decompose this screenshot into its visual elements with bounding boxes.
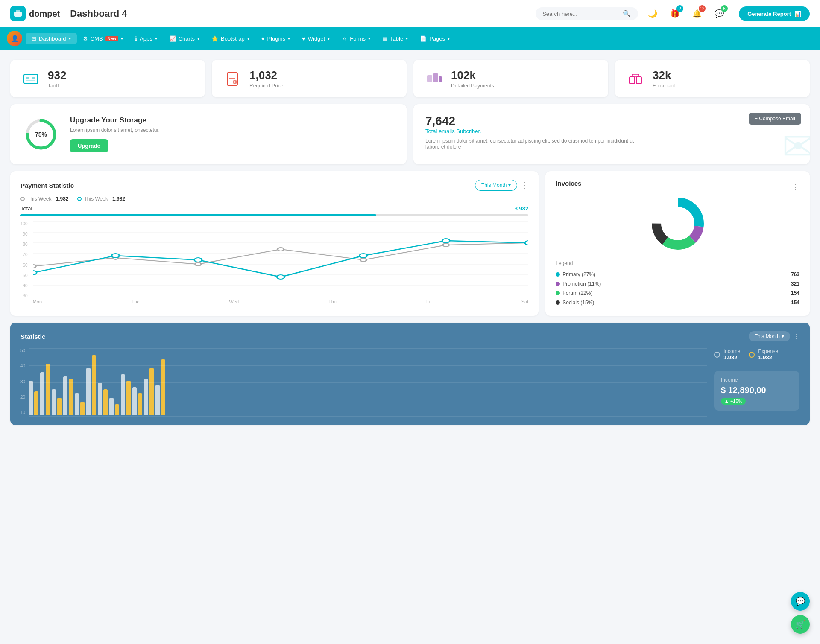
statistic-more-icon[interactable]: ⋮ <box>794 333 800 340</box>
statistic-header: Statistic This Month ▾ ⋮ <box>20 331 800 341</box>
invoices-more-icon[interactable]: ⋮ <box>792 182 800 192</box>
payments-icon <box>424 68 444 89</box>
legend-row: This Week 1.982 This Week 1.982 <box>20 196 528 202</box>
email-label: Total emails Subcriber. <box>425 128 798 134</box>
theme-toggle-btn[interactable]: 🌙 <box>645 6 660 21</box>
payment-header: Payment Statistic This Month ▾ ⋮ <box>20 180 528 191</box>
bar-chart-area <box>29 348 707 417</box>
pages-icon: 📄 <box>420 35 427 42</box>
storage-info: Upgrade Your Storage Lorem ipsum dolor s… <box>70 116 160 152</box>
svg-rect-13 <box>433 73 438 82</box>
bell-badge: 12 <box>699 5 706 12</box>
stat-card-required-price: 1,032 Required Price <box>212 60 407 97</box>
income-badge: ▲ +15% <box>721 398 746 405</box>
nav-item-pages[interactable]: 📄 Pages ▾ <box>414 33 456 44</box>
nav-item-forms[interactable]: 🖨 Forms ▾ <box>336 33 376 44</box>
apps-icon: ℹ <box>135 35 137 42</box>
nav-item-cms[interactable]: ⚙ CMS New ▾ <box>77 33 129 44</box>
bar-white-10 <box>132 387 137 415</box>
svg-point-35 <box>111 254 119 258</box>
ring-label: 75% <box>35 131 47 138</box>
payment-more-icon[interactable]: ⋮ <box>521 181 528 190</box>
chat-btn[interactable]: 💬 5 <box>712 6 727 21</box>
bar-group-3 <box>52 389 62 415</box>
search-icon: 🔍 <box>623 10 631 17</box>
bar-group-2 <box>40 364 50 415</box>
nav-item-widget[interactable]: ♥ Widget ▾ <box>296 33 336 44</box>
payment-title: Payment Statistic <box>20 182 74 189</box>
income-section-value: $ 12,890,00 <box>721 385 793 395</box>
bar-group-7 <box>98 383 108 415</box>
nav-item-plugins[interactable]: ♥ Plugins ▾ <box>255 33 296 44</box>
required-price-value: 1,032 <box>249 69 283 82</box>
bar-white-11 <box>144 379 148 415</box>
legend-dot-1 <box>20 197 25 201</box>
bar-yellow-4 <box>69 379 73 415</box>
storage-card: 75% Upgrade Your Storage Lorem ipsum dol… <box>10 104 407 164</box>
nav-label-plugins: Plugins <box>267 35 285 42</box>
stat-filter-label: This Month <box>755 333 780 339</box>
nav-label-dashboard: Dashboard <box>39 35 66 42</box>
svg-point-31 <box>360 258 366 262</box>
legend-item-2: This Week 1.982 <box>77 196 126 202</box>
compose-email-button[interactable]: + Compose Email <box>749 113 801 125</box>
bar-group-10 <box>132 387 142 415</box>
expense-group: Expense 1.982 <box>758 348 778 361</box>
required-price-info: 1,032 Required Price <box>249 69 283 89</box>
payments-value: 102k <box>451 69 494 82</box>
legend-promotion: Promotion (11%) 321 <box>556 279 800 288</box>
generate-report-button[interactable]: Generate Report 📊 <box>739 6 810 21</box>
payment-filter-btn[interactable]: This Month ▾ <box>475 180 517 191</box>
nav-item-dashboard[interactable]: ⊞ Dashboard ▾ <box>26 33 77 44</box>
cms-icon: ⚙ <box>83 35 88 42</box>
search-input[interactable] <box>542 11 619 17</box>
expense-toggle: Expense 1.982 <box>749 348 778 361</box>
dashboard-icon: ⊞ <box>32 35 36 42</box>
legend-color-forum <box>556 291 560 295</box>
bar-yellow-2 <box>46 364 50 415</box>
bell-btn[interactable]: 🔔 12 <box>689 6 705 21</box>
expense-label: Expense <box>758 348 778 354</box>
upgrade-button[interactable]: Upgrade <box>70 139 108 152</box>
header-icons: 🌙 🎁 2 🔔 12 💬 5 Generate Report 📊 <box>645 6 810 21</box>
bar-group-8 <box>109 398 119 415</box>
generate-report-label: Generate Report <box>747 11 791 17</box>
bar-white-1 <box>29 381 33 415</box>
bootstrap-icon: ⭐ <box>211 35 218 42</box>
gift-btn[interactable]: 🎁 2 <box>667 6 682 21</box>
header: dompet Dashboard 4 🔍 🌙 🎁 2 🔔 12 💬 5 Gene… <box>0 0 820 27</box>
nav-label-forms: Forms <box>350 35 366 42</box>
nav-item-table[interactable]: ▤ Table ▾ <box>376 33 414 44</box>
tariff-icon <box>20 68 41 89</box>
email-count: 7,642 <box>425 114 798 128</box>
income-expense-toggle: Income 1.982 Expense 1.982 <box>714 348 800 361</box>
bar-yellow-5 <box>80 402 85 415</box>
force-tariff-label: Force tariff <box>653 83 677 89</box>
statistic-filter-btn[interactable]: This Month ▾ <box>749 331 790 341</box>
bar-chart-body <box>29 348 707 417</box>
invoices-header: Invoices ⋮ <box>556 180 800 194</box>
svg-point-34 <box>33 271 37 275</box>
forms-icon: 🖨 <box>342 35 347 42</box>
statistic-controls: This Month ▾ ⋮ <box>749 331 800 341</box>
middle-row: 75% Upgrade Your Storage Lorem ipsum dol… <box>10 104 810 164</box>
cms-badge: New <box>105 36 119 41</box>
stat-filter-arrow: ▾ <box>782 333 784 339</box>
nav-arrow-cms: ▾ <box>121 36 123 41</box>
nav-item-bootstrap[interactable]: ⭐ Bootstrap ▾ <box>205 33 255 44</box>
nav-item-apps[interactable]: ℹ Apps ▾ <box>129 33 163 44</box>
nav-arrow-charts: ▾ <box>197 36 199 41</box>
x-axis: Mon Tue Wed Thu Fri Sat <box>33 297 529 306</box>
svg-point-38 <box>360 254 367 258</box>
svg-point-45 <box>662 208 693 239</box>
nav-item-charts[interactable]: 📈 Charts ▾ <box>163 33 205 44</box>
force-tariff-icon <box>625 68 646 89</box>
income-radio <box>714 352 720 358</box>
legend-title: Legend <box>556 260 800 266</box>
bar-group-5 <box>75 393 85 415</box>
chat-badge: 5 <box>721 5 728 12</box>
bar-yellow-12 <box>161 359 165 415</box>
income-toggle: Income 1.982 <box>714 348 740 361</box>
income-badge-text: +15% <box>730 399 742 404</box>
bar-y-axis: 50 40 30 20 10 <box>20 348 29 417</box>
